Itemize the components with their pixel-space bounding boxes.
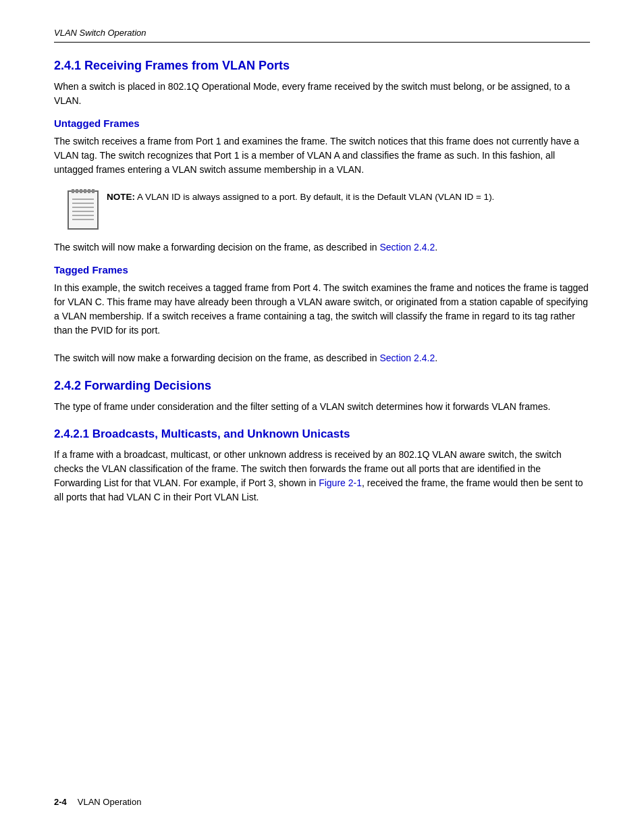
notepad-line-4: [72, 211, 94, 212]
untagged-frames-heading: Untagged Frames: [54, 118, 590, 129]
note-box: NOTE: A VLAN ID is always assigned to a …: [68, 190, 590, 230]
section-2421: 2.4.2.1 Broadcasts, Multicasts, and Unkn…: [54, 427, 590, 504]
notepad-icon: [68, 190, 99, 230]
notepad-line-1: [72, 199, 94, 200]
section-242-body: The type of frame under consideration an…: [54, 400, 590, 414]
note-label: NOTE:: [107, 192, 135, 202]
notepad-line-3: [72, 207, 94, 208]
tagged-after-2: .: [435, 353, 437, 363]
notepad-line-5: [72, 215, 94, 216]
tagged-section-link[interactable]: Section 2.4.2: [379, 353, 435, 363]
tagged-after-text: The switch will now make a forwarding de…: [54, 351, 590, 365]
footer-page-number: 2-4: [54, 797, 67, 807]
tagged-frames-body: In this example, the switch receives a t…: [54, 281, 590, 338]
notepad-line-6: [72, 219, 94, 220]
header-text: VLAN Switch Operation: [54, 28, 146, 38]
untagged-frames-body: The switch receives a frame from Port 1 …: [54, 134, 590, 177]
page: VLAN Switch Operation 2.4.1 Receiving Fr…: [0, 0, 644, 834]
untagged-after-text: The switch will now make a forwarding de…: [54, 240, 590, 255]
note-body: A VLAN ID is always assigned to a port. …: [135, 192, 494, 202]
notepad-top-decoration: [72, 189, 95, 193]
section-241-intro: When a switch is placed in 802.1Q Operat…: [54, 80, 590, 108]
page-footer: 2-4 VLAN Operation: [54, 797, 590, 807]
section-2421-heading: 2.4.2.1 Broadcasts, Multicasts, and Unkn…: [54, 427, 590, 441]
section-242-heading: 2.4.2 Forwarding Decisions: [54, 379, 590, 393]
notepad-line-2: [72, 203, 94, 204]
section-2421-body: If a frame with a broadcast, multicast, …: [54, 448, 590, 504]
page-header: VLAN Switch Operation: [54, 27, 590, 43]
section-242: 2.4.2 Forwarding Decisions The type of f…: [54, 379, 590, 414]
note-text: NOTE: A VLAN ID is always assigned to a …: [107, 190, 494, 204]
section-241-heading: 2.4.1 Receiving Frames from VLAN Ports: [54, 59, 590, 73]
footer-page-title: VLAN Operation: [78, 797, 142, 807]
figure-link[interactable]: Figure 2-1: [319, 477, 362, 488]
tagged-after-1: The switch will now make a forwarding de…: [54, 353, 379, 363]
section-241: 2.4.1 Receiving Frames from VLAN Ports W…: [54, 59, 590, 365]
untagged-frames-section: Untagged Frames The switch receives a fr…: [54, 118, 590, 177]
untagged-section-link[interactable]: Section 2.4.2: [379, 242, 435, 253]
untagged-after-2: .: [435, 242, 437, 253]
tagged-frames-heading: Tagged Frames: [54, 264, 590, 276]
untagged-after-1: The switch will now make a forwarding de…: [54, 242, 379, 253]
tagged-frames-section: Tagged Frames In this example, the switc…: [54, 264, 590, 338]
